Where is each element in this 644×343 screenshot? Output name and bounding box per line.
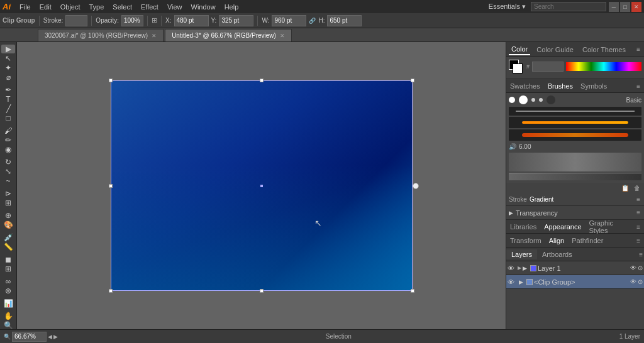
text-tool[interactable]: T	[1, 95, 15, 104]
appearance-tab[interactable]: Appearance	[543, 222, 582, 231]
line-tool[interactable]: ╱	[1, 104, 15, 113]
brush-dot-3[interactable]	[531, 98, 535, 102]
canvas-area[interactable]: ↖	[17, 42, 506, 329]
brushes-tab[interactable]: Brushes	[547, 82, 574, 90]
stroke-input[interactable]	[65, 15, 87, 26]
symbol-sprayer-tool[interactable]: ⊛	[1, 286, 15, 295]
menu-effect[interactable]: Effect	[137, 2, 162, 12]
layer-1-row[interactable]: 👁 ▶ ▶ Layer 1 👁 ⊙	[506, 261, 644, 275]
menu-view[interactable]: View	[164, 2, 186, 12]
align-tab[interactable]: Align	[548, 236, 565, 245]
brush-dot-4[interactable]	[539, 98, 543, 102]
paintbrush-tool[interactable]: 🖌	[1, 126, 15, 135]
brush-dot-5[interactable]	[547, 95, 555, 104]
stroke-gradient-options-icon[interactable]: ≡	[635, 195, 641, 204]
live-paint-tool[interactable]: 🎨	[1, 220, 15, 229]
hand-tool[interactable]: ✋	[1, 312, 15, 320]
handle-top-left[interactable]	[109, 79, 113, 82]
blend-tool[interactable]: ∞	[1, 277, 15, 286]
symbols-tab[interactable]: Symbols	[579, 82, 608, 90]
width-tool[interactable]: ⊳	[1, 189, 15, 198]
blob-brush-tool[interactable]: ◉	[1, 145, 15, 154]
essentials-menu[interactable]: Essentials ▾	[486, 3, 528, 11]
close-button[interactable]: ✕	[631, 2, 641, 12]
handle-middle-left[interactable]	[109, 184, 113, 188]
shape-builder-tool[interactable]: ⊕	[1, 211, 15, 220]
new-brush-icon[interactable]: 📋	[620, 184, 630, 192]
pencil-tool[interactable]: ✏	[1, 136, 15, 144]
free-transform-tool[interactable]: ⊞	[1, 199, 15, 207]
brush-dot-2[interactable]	[519, 95, 528, 104]
lasso-tool[interactable]: ⌀	[1, 73, 15, 82]
layer-1-expand-icon[interactable]: ▶	[523, 265, 529, 271]
magic-wand-tool[interactable]: ✦	[1, 63, 15, 72]
brush-dot-1[interactable]	[509, 97, 515, 103]
layers-tab[interactable]: Layers	[506, 249, 537, 259]
clip-group-row[interactable]: 👁 ▶ <Clip Group> 👁 ⊙	[506, 275, 644, 289]
layer-1-visibility-icon[interactable]: 👁	[508, 264, 516, 272]
handle-bottom-left[interactable]	[109, 289, 113, 293]
maximize-button[interactable]: □	[620, 2, 630, 12]
h-input[interactable]	[327, 15, 362, 26]
color-guide-tab[interactable]: Color Guide	[534, 45, 576, 55]
y-input[interactable]	[219, 15, 253, 26]
pathfinder-tab[interactable]: Pathfinder	[570, 236, 604, 245]
menu-edit[interactable]: Edit	[36, 2, 55, 12]
measure-tool[interactable]: 📏	[1, 242, 15, 251]
clip-group-visibility-icon[interactable]: 👁	[508, 278, 516, 286]
clip-group-eye-icon[interactable]: 👁	[630, 278, 636, 285]
swatches-tab[interactable]: Swatches	[509, 82, 541, 90]
layer-1-eye-icon[interactable]: 👁	[630, 264, 636, 271]
eyedropper-tool[interactable]: 💉	[1, 233, 15, 242]
search-input[interactable]	[531, 2, 606, 11]
selection-tool[interactable]: ▶	[1, 45, 15, 53]
layers-options-icon[interactable]: ≡	[638, 251, 644, 259]
color-themes-tab[interactable]: Color Themes	[580, 45, 628, 55]
handle-top-right[interactable]	[411, 79, 414, 82]
layer-1-target-icon[interactable]: ⊙	[638, 264, 643, 271]
zoom-tool[interactable]: 🔍	[1, 321, 15, 329]
close-tab-2[interactable]: ✕	[280, 33, 285, 39]
menu-window[interactable]: Window	[187, 2, 219, 12]
column-graph-tool[interactable]: 📊	[1, 299, 15, 308]
foreground-color[interactable]	[509, 60, 523, 74]
mesh-tool[interactable]: ⊞	[1, 264, 15, 273]
brush-stroke-3[interactable]	[509, 129, 641, 141]
clip-group-target-icon[interactable]: ⊙	[638, 278, 643, 285]
menu-type[interactable]: Type	[86, 2, 108, 12]
rotate-tool[interactable]: ↻	[1, 158, 15, 166]
warp-tool[interactable]: ~	[1, 177, 15, 185]
direct-selection-tool[interactable]: ↖	[1, 54, 15, 63]
handle-bottom-right[interactable]	[411, 289, 414, 293]
delete-brush-icon[interactable]: 🗑	[633, 184, 641, 192]
clip-group-expand-icon[interactable]: ▶	[519, 279, 525, 285]
libraries-tab[interactable]: Libraries	[509, 222, 538, 231]
menu-help[interactable]: Help	[221, 2, 243, 12]
transform-tab[interactable]: Transform	[509, 236, 543, 245]
brush-stroke-1[interactable]	[509, 107, 641, 116]
rect-tool[interactable]: □	[1, 114, 15, 122]
color-gradient-bar[interactable]	[566, 62, 641, 71]
handle-middle-right[interactable]	[413, 183, 419, 189]
zoom-prev-arrow[interactable]: ◀	[48, 334, 52, 340]
panel-options-icon[interactable]: ≡	[635, 45, 641, 53]
layer-1-lock-icon[interactable]: ▶	[518, 265, 521, 271]
tab-file-2[interactable]: Untitled-3* @ 66.67% (RGB/Preview) ✕	[165, 29, 292, 41]
brushes-options-icon[interactable]: ≡	[635, 82, 641, 90]
gradient-panel-tab[interactable]: Gradient	[530, 196, 553, 203]
color-tab[interactable]: Color	[509, 44, 530, 55]
scale-tool[interactable]: ⤡	[1, 167, 15, 176]
artboards-tab[interactable]: Artboards	[537, 249, 577, 259]
minimize-button[interactable]: ─	[609, 2, 619, 12]
transparency-options-icon[interactable]: ≡	[635, 209, 641, 217]
tab-file-1[interactable]: 3020067.ai* @ 100% (RGB/Preview) ✕	[38, 29, 164, 41]
w-input[interactable]	[272, 15, 306, 26]
x-input[interactable]	[174, 15, 209, 26]
zoom-input[interactable]	[12, 332, 47, 342]
zoom-next-arrow[interactable]: ▶	[53, 334, 58, 340]
pen-tool[interactable]: ✒	[1, 85, 15, 94]
menu-object[interactable]: Object	[57, 2, 84, 12]
close-tab-1[interactable]: ✕	[152, 33, 157, 39]
gradient-tool[interactable]: ◼	[1, 255, 15, 264]
stroke-panel-tab[interactable]: Stroke	[509, 196, 527, 203]
